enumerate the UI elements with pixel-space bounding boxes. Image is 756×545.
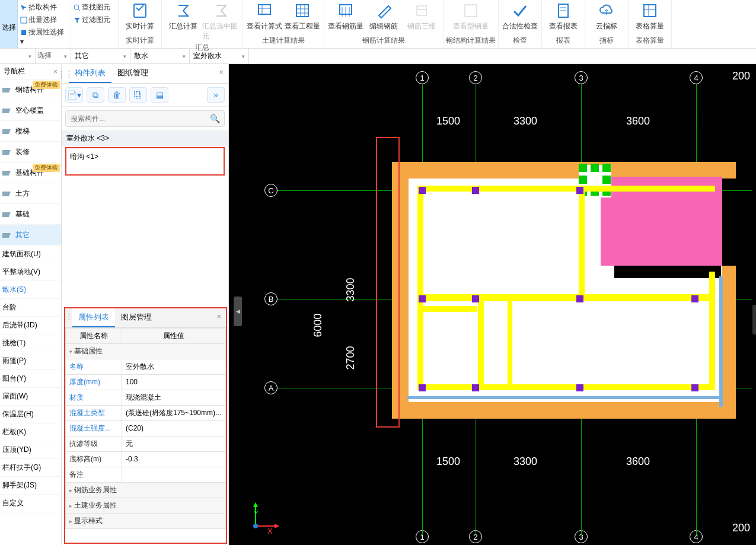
nav-item-decor[interactable]: 装修 [0, 142, 61, 162]
rebar-3d-button: 钢筋三维 [403, 0, 441, 34]
dim-bot: 3600 [626, 455, 650, 468]
tab-layers[interactable]: 图层管理 [115, 308, 158, 327]
select-by-prop[interactable]: 按属性选择 ▾ [20, 26, 68, 47]
mid-toolbar: 📄▾ ⧉ 🗑 ⿻ ▤ » [62, 84, 228, 107]
layers-button[interactable]: ▤ [151, 87, 168, 103]
pick-component[interactable]: 拾取构件 [20, 1, 68, 14]
apron-top [392, 162, 736, 179]
prop-row[interactable]: 混凝土强度...(C20) [66, 420, 226, 436]
edit-rebar-button[interactable]: 编辑钢筋 [365, 0, 403, 34]
prop-group-civil[interactable]: 土建业务属性 [66, 498, 226, 513]
sheet-calc-button[interactable]: 表格算量 [631, 0, 669, 34]
component-list: 室外散水 <3> 暗沟 <1> [62, 130, 228, 177]
nav-sub-item[interactable]: 平整场地(V) [0, 263, 61, 281]
prop-row[interactable]: 材质现浇混凝土 [66, 390, 226, 405]
canvas-handle[interactable] [752, 305, 756, 334]
search-input[interactable] [65, 110, 225, 127]
filter-dd-3[interactable]: 其它▾ [71, 49, 130, 63]
nav-item-stair[interactable]: 楼梯 [0, 121, 61, 142]
new-button[interactable]: 📄▾ [65, 87, 83, 103]
realtime-calc-button[interactable]: 实时计算 [121, 0, 159, 34]
filter-dd-1[interactable]: ▾ [0, 49, 36, 63]
prop-row[interactable]: 混凝土类型(泵送砼(坍落度175~190mm)... [66, 405, 226, 420]
summary-calc-button[interactable]: 汇总计算 [164, 0, 202, 42]
red-highlight [376, 137, 400, 428]
nav-sub-item[interactable]: 自定义 [0, 495, 61, 512]
mid-close-icon[interactable]: × [214, 64, 228, 83]
nav-sub-item[interactable]: 挑檐(T) [0, 334, 61, 352]
nav-sub-item[interactable]: 保温层(H) [0, 406, 61, 423]
select-group: 拾取构件 批量选择 按属性选择 ▾ 选择 [18, 0, 71, 48]
svg-marker-32 [253, 502, 258, 507]
panel-collapse-handle[interactable]: ◀ [234, 297, 242, 326]
dim-bot: 1500 [436, 455, 460, 468]
more-button[interactable]: » [207, 87, 225, 103]
view-rebar-button[interactable]: 查看钢筋量 [327, 0, 365, 34]
nav-sub-item[interactable]: 栏板(K) [0, 423, 61, 441]
filter-dd-5[interactable]: 室外散水▾ [190, 49, 249, 63]
filter-element[interactable]: 过滤图元 [74, 14, 116, 26]
nav-sub-item[interactable]: 后浇带(JD) [0, 317, 61, 334]
nav-sub-item[interactable]: 散水(S) [0, 281, 61, 299]
group-sheet: 表格算量 表格算量 [629, 0, 672, 48]
find-element[interactable]: 查找图元 [74, 1, 116, 14]
svg-rect-0 [21, 17, 27, 23]
corner-num-bottom: 200 [732, 522, 750, 534]
copy-button[interactable]: ⧉ [87, 87, 104, 103]
prop-row[interactable]: 厚度(mm)100 [66, 374, 226, 390]
prop-group-rebar[interactable]: 钢筋业务属性 [66, 482, 226, 498]
batch-select[interactable]: 批量选择 [20, 14, 68, 26]
nav-sub-item[interactable]: 台阶 [0, 299, 61, 317]
nav-item-other[interactable]: 其它 [0, 225, 61, 246]
prop-row[interactable]: 抗渗等级无 [66, 436, 226, 451]
nav-sub-item[interactable]: 压顶(YD) [0, 441, 61, 459]
grip-icon[interactable]: ⋮⋮ [62, 64, 69, 83]
nav-item-hollow[interactable]: 空心楼盖 [0, 100, 61, 121]
tab-components[interactable]: 构件列表 [69, 64, 111, 83]
svg-rect-24 [2, 109, 11, 113]
nav-sub-item[interactable]: 阳台(Y) [0, 370, 61, 388]
view-quantity-button[interactable]: 查看工程量 [283, 0, 321, 34]
prop-row[interactable]: 备注 [66, 467, 226, 482]
prop-row[interactable]: 名称室外散水 [66, 359, 226, 374]
filter-dd-2[interactable]: ▾ [36, 49, 71, 63]
svg-line-3 [78, 9, 80, 11]
validity-check-button[interactable]: 合法性检查 [501, 0, 539, 34]
nav-sub-item[interactable]: 雨篷(P) [0, 352, 61, 370]
duplicate-button[interactable]: ⿻ [129, 87, 147, 103]
svg-rect-16 [465, 5, 477, 17]
nav-sub-item[interactable]: 建筑面积(U) [0, 246, 61, 263]
component-row[interactable]: 暗沟 <1> [66, 148, 224, 165]
nav-item-steel-comp[interactable]: 钢结构件免费体验 [0, 79, 61, 100]
svg-rect-25 [2, 129, 11, 134]
tab-drawings[interactable]: 图纸管理 [111, 64, 154, 83]
view-formula-button[interactable]: 查看计算式 [245, 0, 283, 34]
prop-group-display[interactable]: 显示样式 [66, 513, 226, 528]
search-icon[interactable]: 🔍 [210, 114, 220, 123]
nav-sub-item[interactable]: 栏杆扶手(G) [0, 459, 61, 477]
dim-left-2: 2700 [344, 346, 357, 369]
filter-dd-4[interactable]: 散水▾ [130, 49, 190, 63]
dim-top: 1500 [436, 115, 460, 128]
delete-button[interactable]: 🗑 [108, 87, 126, 103]
component-group-header[interactable]: 室外散水 <3> [62, 131, 228, 146]
prop-group-basic[interactable]: 基础属性 [66, 343, 226, 359]
dim-top: 3600 [626, 115, 650, 128]
nav-item-found-comp[interactable]: 基础构件免费体验 [0, 162, 61, 183]
component-highlight: 暗沟 <1> [65, 147, 225, 176]
cloud-index-button[interactable]: 云指标 [588, 0, 626, 34]
view-steel-button: 查看型钢量 [452, 0, 490, 34]
nav-sub-item[interactable]: 屋面(W) [0, 388, 61, 406]
nav-close-icon[interactable]: × [53, 68, 58, 76]
prop-close-icon[interactable]: × [212, 308, 226, 327]
tab-properties[interactable]: 属性列表 [72, 308, 115, 327]
nav-sub-item[interactable]: 脚手架(JS) [0, 477, 61, 495]
select-mode[interactable]: 选择 [0, 0, 18, 48]
nav-item-earth[interactable]: 土方 [0, 183, 61, 204]
axis-col: 1 [416, 71, 429, 84]
nav-item-found[interactable]: 基础 [0, 204, 61, 225]
prop-row[interactable]: 底标高(m)-0.3 [66, 451, 226, 467]
plan-canvas[interactable]: 200 200 11223344 CBA 150033003600 150033… [229, 64, 756, 545]
view-report-button[interactable]: 查看报表 [544, 0, 582, 34]
property-table: 属性名称属性值 基础属性 名称室外散水厚度(mm)100材质现浇混凝土混凝土类型… [65, 328, 226, 543]
